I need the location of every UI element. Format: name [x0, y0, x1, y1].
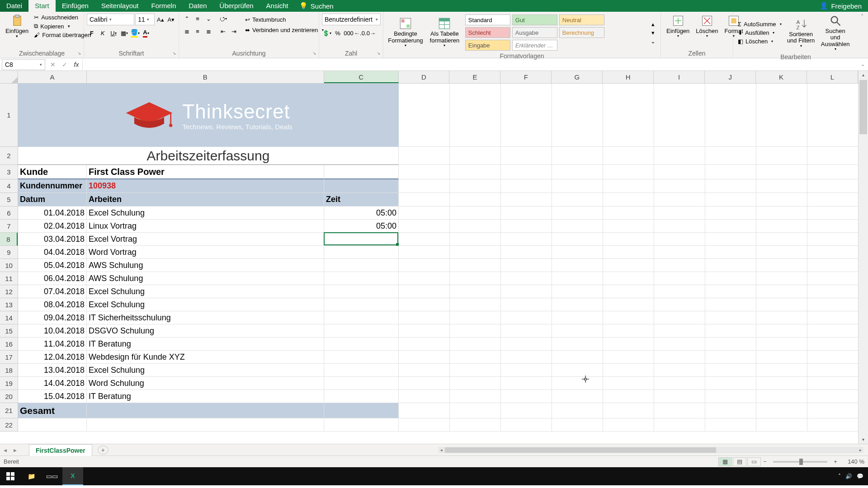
cell-B14[interactable]: IT Sicherheitsschulung — [87, 311, 324, 324]
cell-E10[interactable] — [450, 259, 501, 272]
share-button[interactable]: 👤 Freigeben — [813, 2, 868, 10]
cell-I6[interactable] — [654, 206, 705, 220]
cell-F16[interactable] — [501, 338, 552, 351]
cell-I3[interactable] — [654, 165, 705, 179]
tab-start[interactable]: Start — [28, 0, 56, 12]
cell-F4[interactable] — [501, 179, 552, 193]
cell-H17[interactable] — [603, 351, 654, 364]
cell-L10[interactable] — [807, 259, 858, 272]
cell-K15[interactable] — [756, 324, 807, 338]
cell-D18[interactable] — [399, 364, 450, 377]
cell-H2[interactable] — [603, 147, 654, 165]
view-pagebreak-button[interactable]: ▭ — [747, 457, 761, 466]
font-dialog-launcher[interactable]: ↘ — [171, 50, 177, 56]
cell-H15[interactable] — [603, 324, 654, 338]
zoom-out-button[interactable]: − — [761, 458, 769, 465]
expand-formula-bar-button[interactable]: ⌄ — [857, 61, 868, 67]
cell-J8[interactable] — [705, 233, 756, 246]
row-header-14[interactable]: 14 — [0, 311, 18, 324]
zoom-in-button[interactable]: + — [832, 458, 839, 465]
cell-K2[interactable] — [756, 147, 807, 165]
cell-G12[interactable] — [552, 285, 603, 298]
cell-K1[interactable] — [756, 84, 807, 147]
style-expand[interactable]: ⌄ — [648, 38, 658, 45]
file-explorer-button[interactable]: 📁 — [21, 467, 42, 485]
cell-A8[interactable]: 03.04.2018 — [18, 233, 87, 246]
cell-L3[interactable] — [807, 165, 858, 179]
cell-E15[interactable] — [450, 324, 501, 338]
cell-L18[interactable] — [807, 364, 858, 377]
col-header-J[interactable]: J — [705, 71, 756, 83]
cell-J1[interactable] — [705, 84, 756, 147]
cell-B3[interactable]: First Class Power — [87, 165, 324, 179]
cell-G4[interactable] — [552, 179, 603, 193]
cell-K7[interactable] — [756, 220, 807, 233]
cell-D9[interactable] — [399, 246, 450, 259]
tab-formeln[interactable]: Formeln — [145, 0, 183, 12]
row-header-4[interactable]: 4 — [0, 179, 18, 193]
cell-F14[interactable] — [501, 311, 552, 324]
cell-D13[interactable] — [399, 298, 450, 311]
cell-L13[interactable] — [807, 298, 858, 311]
cell-H7[interactable] — [603, 220, 654, 233]
cell-K19[interactable] — [756, 377, 807, 390]
cell-E20[interactable] — [450, 390, 501, 403]
row-headers[interactable]: 12345678910111213141516171819202122 — [0, 84, 18, 432]
cell-A9[interactable]: 04.04.2018 — [18, 246, 87, 259]
cell-J7[interactable] — [705, 220, 756, 233]
cell-F8[interactable] — [501, 233, 552, 246]
wrap-text-button[interactable]: ↩Textumbruch — [243, 16, 326, 23]
task-view-button[interactable]: ▭▭ — [42, 467, 62, 485]
cell-F1[interactable] — [501, 84, 552, 147]
cell-K3[interactable] — [756, 165, 807, 179]
cell-G14[interactable] — [552, 311, 603, 324]
cell-F19[interactable] — [501, 377, 552, 390]
cell-H9[interactable] — [603, 246, 654, 259]
alignment-dialog-launcher[interactable]: ↘ — [311, 50, 317, 56]
cell-F3[interactable] — [501, 165, 552, 179]
cell-H3[interactable] — [603, 165, 654, 179]
row-header-17[interactable]: 17 — [0, 351, 18, 364]
cell-E6[interactable] — [450, 206, 501, 220]
accounting-format-button[interactable]: 💲▾ — [322, 28, 332, 38]
cell-K4[interactable] — [756, 179, 807, 193]
cell-C21[interactable] — [324, 403, 399, 418]
col-header-C[interactable]: C — [324, 71, 399, 83]
cell-B12[interactable]: Excel Schulung — [87, 285, 324, 298]
cell-A17[interactable]: 12.04.2018 — [18, 351, 87, 364]
row-header-2[interactable]: 2 — [0, 147, 18, 165]
cell-F9[interactable] — [501, 246, 552, 259]
cell-D21[interactable] — [399, 403, 450, 418]
cell-C16[interactable] — [324, 338, 399, 351]
sort-filter-button[interactable]: AZSortieren und Filtern▾ — [784, 17, 818, 49]
cell-C5[interactable]: Zeit — [324, 193, 399, 206]
row-header-13[interactable]: 13 — [0, 298, 18, 311]
clipboard-dialog-launcher[interactable]: ↘ — [76, 50, 82, 56]
cell-E13[interactable] — [450, 298, 501, 311]
cell-L5[interactable] — [807, 193, 858, 206]
cell-H12[interactable] — [603, 285, 654, 298]
align-top-button[interactable]: ⌃ — [182, 14, 192, 23]
cell-J17[interactable] — [705, 351, 756, 364]
font-color-button[interactable]: A▾ — [141, 28, 151, 38]
paste-button[interactable]: Einfügen ▾ — [3, 14, 31, 40]
cell-D3[interactable] — [399, 165, 450, 179]
clear-button[interactable]: ◧Löschen▾ — [736, 38, 783, 45]
cell-K10[interactable] — [756, 259, 807, 272]
cell-D10[interactable] — [399, 259, 450, 272]
tray-chevron-icon[interactable]: ˄ — [838, 473, 841, 479]
cell-F6[interactable] — [501, 206, 552, 220]
cell-E18[interactable] — [450, 364, 501, 377]
col-header-D[interactable]: D — [399, 71, 450, 83]
col-header-B[interactable]: B — [87, 71, 324, 83]
cell-F17[interactable] — [501, 351, 552, 364]
cell-H18[interactable] — [603, 364, 654, 377]
cell-C3[interactable] — [324, 165, 399, 179]
scroll-thumb[interactable] — [859, 80, 867, 134]
cell-H4[interactable] — [603, 179, 654, 193]
cell-B20[interactable]: IT Beratung — [87, 390, 324, 403]
autosum-button[interactable]: ΣAutoSumme▾ — [736, 20, 783, 28]
name-box[interactable]: C8▾ — [2, 59, 45, 70]
cell-J3[interactable] — [705, 165, 756, 179]
cell-J15[interactable] — [705, 324, 756, 338]
